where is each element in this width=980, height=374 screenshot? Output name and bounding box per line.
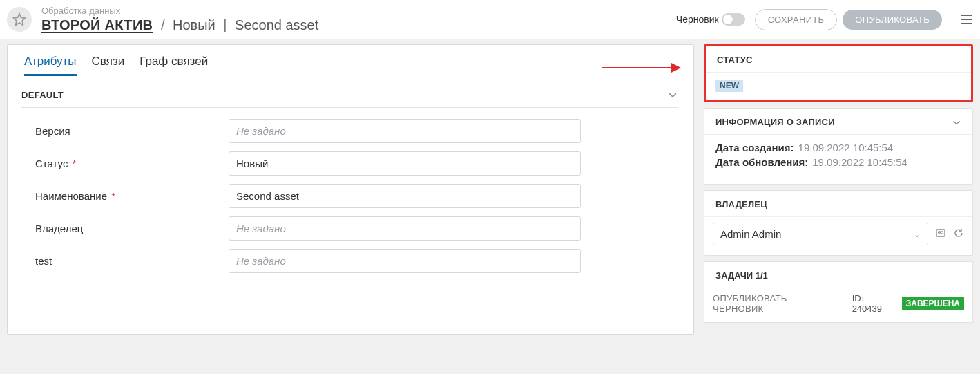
task-status-badge: ЗАВЕРШЕНА (902, 297, 964, 310)
info-panel: ИНФОРМАЦИЯ О ЗАПИСИ Дата создания: 19.09… (704, 108, 973, 185)
task-row[interactable]: ОПУБЛИКОВАТЬ ЧЕРНОВИК ID: 240439 ЗАВЕРШЕ… (704, 288, 972, 322)
status-panel-title: СТАТУС (706, 46, 971, 73)
info-panel-head[interactable]: ИНФОРМАЦИЯ О ЗАПИСИ (704, 109, 972, 135)
tasks-panel: ЗАДАЧИ 1/1 ОПУБЛИКОВАТЬ ЧЕРНОВИК ID: 240… (704, 261, 973, 323)
owner-panel: ВЛАДЕЛЕЦ Admin Admin ⌄ (704, 190, 973, 256)
hamburger-icon (959, 13, 973, 26)
svg-marker-0 (14, 14, 26, 26)
tab-graph[interactable]: Граф связей (140, 55, 208, 75)
section-title: DEFAULT (21, 90, 667, 100)
created-line: Дата создания: 19.09.2022 10:45:54 (715, 142, 961, 153)
created-value: 19.09.2022 10:45:54 (798, 142, 894, 153)
menu-button[interactable] (959, 13, 973, 26)
test-input[interactable] (229, 249, 581, 273)
updated-label: Дата обновления: (715, 156, 808, 168)
owner-select[interactable]: Admin Admin ⌄ (713, 223, 928, 245)
updated-line: Дата обновления: 19.09.2022 10:45:54 (715, 156, 961, 168)
info-panel-title: ИНФОРМАЦИЯ О ЗАПИСИ (715, 117, 835, 127)
section-default: DEFAULT Версия Статус * Наименование * В… (8, 75, 693, 284)
field-label-owner: Владелец (21, 223, 229, 234)
field-row-test: test (21, 245, 678, 277)
tab-links[interactable]: Связи (92, 55, 125, 75)
chevron-down-icon (952, 118, 961, 127)
card-icon (935, 227, 946, 239)
tab-attributes[interactable]: Атрибуты (24, 55, 77, 75)
topbar: Обработка данных ВТОРОЙ АКТИВ / Новый | … (0, 0, 980, 39)
main-panel: Атрибуты Связи Граф связей DEFAULT Верси… (7, 44, 694, 335)
breadcrumb-sep: / (161, 17, 165, 32)
task-sep (845, 297, 845, 310)
status-badge: NEW (715, 80, 743, 92)
breadcrumb: Обработка данных ВТОРОЙ АКТИВ / Новый | … (41, 6, 318, 33)
section-head[interactable]: DEFAULT (21, 85, 678, 108)
draft-toggle[interactable] (722, 13, 745, 26)
breadcrumb-category: Обработка данных (41, 6, 318, 16)
task-name: ОПУБЛИКОВАТЬ ЧЕРНОВИК (713, 293, 838, 314)
draft-label: Черновик (676, 14, 719, 25)
field-row-version: Версия (21, 115, 678, 147)
tasks-panel-title: ЗАДАЧИ 1/1 (704, 262, 972, 288)
tabs: Атрибуты Связи Граф связей (8, 45, 693, 75)
chevron-down-icon: ⌄ (914, 230, 921, 239)
entity-state: Новый (173, 17, 215, 32)
topbar-separator (952, 8, 952, 31)
task-id: ID: 240439 (852, 293, 895, 314)
field-label-version: Версия (21, 125, 229, 137)
created-label: Дата создания: (715, 142, 794, 153)
publish-button[interactable]: ОПУБЛИКОВАТЬ (843, 10, 942, 30)
entity-secondary: Second asset (235, 17, 318, 32)
status-input[interactable] (229, 151, 581, 176)
annotation-arrow (602, 63, 681, 73)
svg-point-5 (939, 232, 941, 234)
owner-input[interactable] (229, 216, 581, 241)
field-label-test: test (21, 255, 229, 267)
favorite-button[interactable] (7, 7, 32, 32)
version-input[interactable] (229, 119, 581, 143)
owner-card-button[interactable] (935, 227, 946, 241)
owner-refresh-button[interactable] (953, 227, 964, 241)
breadcrumb-sep-2: | (223, 17, 227, 32)
svg-rect-4 (936, 230, 945, 236)
refresh-icon (953, 227, 964, 239)
field-label-name: Наименование * (21, 190, 229, 202)
updated-value: 19.09.2022 10:45:54 (812, 156, 907, 168)
field-row-name: Наименование * (21, 180, 678, 212)
owner-panel-title: ВЛАДЕЛЕЦ (704, 191, 972, 217)
field-row-owner: Владелец (21, 212, 678, 245)
side-panel: СТАТУС NEW ИНФОРМАЦИЯ О ЗАПИСИ Дата созд… (704, 44, 973, 328)
owner-select-value: Admin Admin (720, 228, 781, 240)
field-row-status: Статус * (21, 147, 678, 180)
field-label-status: Статус * (21, 158, 229, 169)
star-icon (12, 12, 26, 26)
status-panel: СТАТУС NEW (704, 44, 973, 102)
save-button[interactable]: СОХРАНИТЬ (755, 9, 838, 30)
entity-name-link[interactable]: ВТОРОЙ АКТИВ (41, 17, 153, 32)
name-input[interactable] (229, 184, 581, 208)
chevron-down-icon (667, 89, 678, 100)
